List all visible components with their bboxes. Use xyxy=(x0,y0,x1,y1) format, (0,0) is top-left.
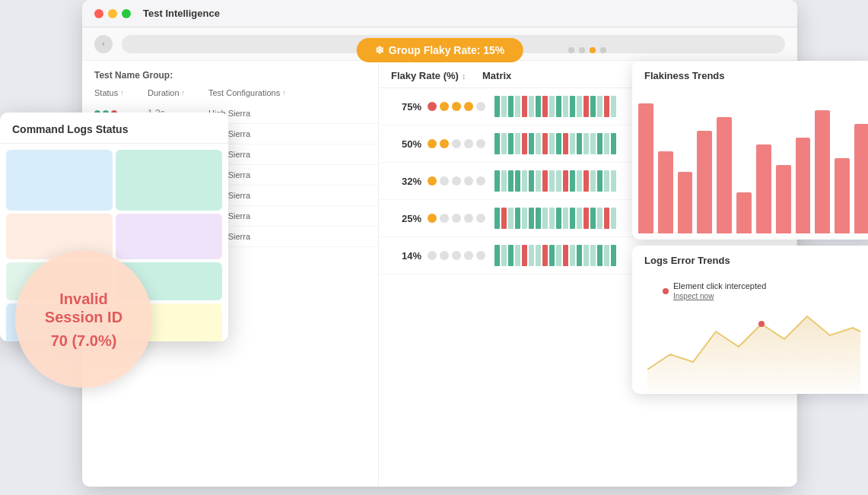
logs-error-card: Logs Error Trends Element click intercep… xyxy=(632,246,868,394)
matrix-bar xyxy=(549,245,555,266)
flakiness-bar xyxy=(835,158,850,233)
matrix-bar xyxy=(577,245,582,266)
matrix-bar xyxy=(494,96,500,117)
error-label: Element click intercepted xyxy=(673,281,766,290)
matrix-bar xyxy=(570,245,575,266)
matrix-bar xyxy=(570,208,575,229)
flaky-dot xyxy=(476,102,485,111)
flaky-dots xyxy=(428,251,488,260)
traffic-lights xyxy=(94,9,131,18)
matrix-bar xyxy=(549,133,555,154)
flaky-dot xyxy=(440,139,449,148)
matrix-bar xyxy=(577,133,582,154)
matrix-bar xyxy=(570,170,575,192)
matrix-bar xyxy=(556,245,561,266)
flakiness-bar xyxy=(815,110,830,233)
flakiness-bar xyxy=(756,144,771,233)
matrix-bar xyxy=(522,96,527,117)
matrix-bar xyxy=(536,96,541,117)
flakiness-bar xyxy=(658,151,673,233)
matrix-bar xyxy=(536,208,541,229)
flaky-dot xyxy=(440,251,449,260)
matrix-bar xyxy=(604,96,609,117)
flaky-dot xyxy=(428,176,437,186)
matrix-bar xyxy=(563,245,568,266)
matrix-bar xyxy=(556,96,561,117)
nav-dots xyxy=(568,47,606,53)
flaky-dot xyxy=(428,251,437,260)
flaky-dot xyxy=(452,139,461,148)
window-title: Test Intelligence xyxy=(143,8,220,19)
matrix-bar xyxy=(597,208,603,229)
nav-dot-3[interactable] xyxy=(590,47,596,53)
sort-duration-icon[interactable]: ↑ xyxy=(182,89,186,97)
minimize-button[interactable] xyxy=(108,9,117,18)
sort-config-icon[interactable]: ↑ xyxy=(282,89,286,97)
matrix-bar xyxy=(577,170,582,192)
command-logs-title: Command Logs Status xyxy=(0,113,228,144)
flaky-dot xyxy=(452,176,461,186)
matrix-bar xyxy=(590,170,596,192)
matrix-bar xyxy=(570,96,575,117)
flaky-dot xyxy=(476,176,485,186)
flaky-dot xyxy=(464,176,473,186)
matrix-bar xyxy=(604,208,609,229)
cmd-block-2 xyxy=(116,150,222,211)
cmd-block-1 xyxy=(6,150,113,211)
nav-dot-4[interactable] xyxy=(600,47,606,53)
inspect-link[interactable]: Inspect now xyxy=(673,292,766,300)
matrix-bar xyxy=(604,133,609,154)
flakiness-bar xyxy=(717,117,732,233)
matrix-bar xyxy=(508,133,513,154)
column-headers: Status ↑ Duration ↑ Test Configurations … xyxy=(82,85,378,103)
flaky-dots xyxy=(428,176,488,186)
matrix-bar xyxy=(515,170,520,192)
matrix-bar xyxy=(583,170,589,192)
matrix-bar xyxy=(508,96,513,117)
flaky-dots xyxy=(428,102,488,111)
flaky-pct: 25% xyxy=(391,213,421,224)
matrix-bar xyxy=(563,208,568,229)
sort-flaky-icon[interactable]: ↕ xyxy=(462,71,466,81)
flaky-banner: ❄ Group Flaky Rate: 15% xyxy=(357,38,523,62)
matrix-bar xyxy=(563,133,568,154)
matrix-bar xyxy=(590,245,596,266)
flaky-pct: 50% xyxy=(391,138,421,150)
maximize-button[interactable] xyxy=(122,9,131,18)
sort-status-icon[interactable]: ↑ xyxy=(120,89,124,97)
flaky-dot xyxy=(476,139,485,148)
matrix-bar xyxy=(508,245,513,266)
close-button[interactable] xyxy=(94,9,103,18)
flaky-dot xyxy=(452,251,461,260)
matrix-bar xyxy=(501,96,507,117)
matrix-bar xyxy=(590,133,596,154)
col-header-duration: Duration ↑ xyxy=(148,88,208,97)
matrix-bar xyxy=(590,208,596,229)
matrix-bar xyxy=(542,96,548,117)
flaky-dot xyxy=(452,214,461,223)
matrix-bar xyxy=(611,170,616,192)
matrix-bar xyxy=(515,133,520,154)
matrix-bar xyxy=(563,170,568,192)
nav-dot-2[interactable] xyxy=(579,47,585,53)
flaky-rate-header: Flaky Rate (%) ↕ xyxy=(391,70,482,81)
title-bar: Test Intelligence xyxy=(82,0,797,27)
matrix-bar xyxy=(522,170,527,192)
flaky-pct: 32% xyxy=(391,176,421,187)
matrix-bar xyxy=(515,245,520,266)
invalid-session-overlay: InvalidSession ID 70 (7.0%) xyxy=(15,251,152,388)
flaky-dot xyxy=(464,139,473,148)
nav-back-button[interactable]: ‹ xyxy=(94,35,113,53)
nav-dot-1[interactable] xyxy=(568,47,574,53)
right-panel: Flakiness Trends Logs Error Trends Eleme… xyxy=(632,61,868,394)
matrix-bar xyxy=(583,208,589,229)
test-name-group-label: Test Name Group: xyxy=(82,61,378,85)
flakiness-bar xyxy=(697,131,712,233)
matrix-bar xyxy=(583,96,589,117)
matrix-bar xyxy=(583,133,589,154)
matrix-bar xyxy=(577,208,582,229)
matrix-bar xyxy=(508,170,513,192)
matrix-bar xyxy=(515,208,520,229)
flaky-dot xyxy=(452,102,461,111)
matrix-bar xyxy=(508,208,513,229)
